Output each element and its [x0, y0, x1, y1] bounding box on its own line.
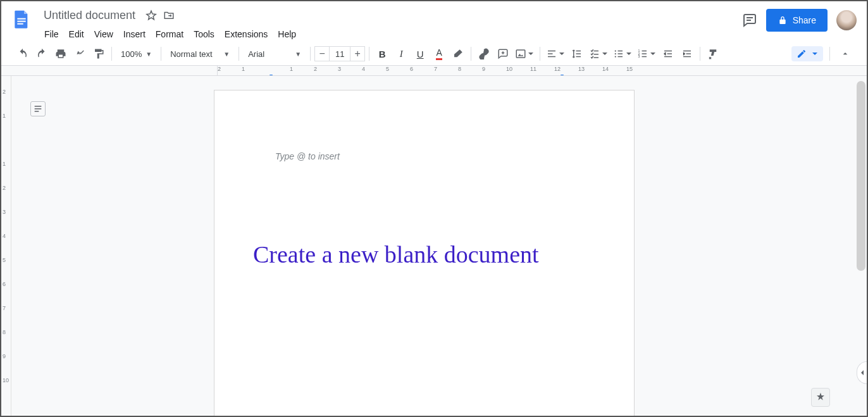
- ruler-tick: 3: [3, 209, 6, 215]
- svg-rect-0: [17, 18, 25, 20]
- svg-text:3: 3: [638, 54, 640, 58]
- insert-image-button[interactable]: [513, 45, 536, 63]
- ruler-tick: 6: [410, 66, 413, 72]
- fontsize-increase-button[interactable]: +: [350, 46, 365, 61]
- ruler-tick: 13: [578, 66, 585, 72]
- numbered-list-button[interactable]: 123: [635, 45, 658, 63]
- svg-rect-3: [516, 50, 525, 58]
- paint-format-button[interactable]: [90, 45, 108, 63]
- menu-help[interactable]: Help: [273, 27, 301, 42]
- indent-increase-button[interactable]: [678, 45, 696, 63]
- svg-rect-2: [17, 23, 23, 25]
- insert-link-button[interactable]: [475, 45, 493, 63]
- ruler-tick: 9: [482, 66, 485, 72]
- ruler-vertical[interactable]: 2112345678910: [1, 76, 11, 416]
- ruler-tick: 3: [338, 66, 341, 72]
- highlight-button[interactable]: [449, 45, 467, 63]
- zoom-select[interactable]: 100%▼: [116, 46, 157, 62]
- checklist-button[interactable]: [587, 45, 610, 63]
- ruler-tick: 8: [3, 329, 6, 335]
- ruler-tick: 2: [3, 89, 6, 95]
- underline-button[interactable]: U: [411, 45, 429, 63]
- menu-edit[interactable]: Edit: [64, 27, 89, 42]
- fontsize-decrease-button[interactable]: −: [314, 46, 330, 61]
- print-button[interactable]: [52, 45, 70, 63]
- ruler-tick: 4: [3, 233, 6, 239]
- outline-toggle-button[interactable]: [30, 101, 46, 116]
- svg-point-5: [615, 53, 616, 54]
- font-select[interactable]: Arial▼: [243, 46, 306, 62]
- fontsize-input[interactable]: 11: [330, 46, 350, 61]
- ruler-tick: 1: [3, 113, 6, 119]
- toolbar: 100%▼ Normal text▼ Arial▼ − 11 + B I U A…: [1, 42, 867, 66]
- svg-point-4: [615, 50, 616, 51]
- menu-extensions[interactable]: Extensions: [220, 27, 273, 42]
- svg-rect-1: [17, 21, 25, 22]
- editing-mode-button[interactable]: [791, 46, 823, 61]
- document-placeholder: Type @ to insert: [275, 151, 340, 161]
- doc-title-input[interactable]: Untitled document: [39, 7, 140, 24]
- ruler-tick: 8: [458, 66, 461, 72]
- account-avatar[interactable]: [836, 10, 857, 30]
- lock-icon: [778, 15, 788, 25]
- menu-tools[interactable]: Tools: [189, 27, 220, 42]
- ruler-tick: 7: [3, 305, 6, 311]
- ruler-tick: 2: [218, 66, 221, 72]
- ruler-tick: 1: [242, 66, 245, 72]
- ruler-tick: 10: [506, 66, 512, 72]
- ruler-tick: 7: [434, 66, 437, 72]
- paragraph-style-select[interactable]: Normal text▼: [165, 46, 235, 62]
- share-button[interactable]: Share: [766, 9, 828, 32]
- menu-insert[interactable]: Insert: [118, 27, 151, 42]
- svg-point-6: [615, 56, 616, 57]
- ruler-tick: 4: [362, 66, 365, 72]
- ruler-tick: 2: [314, 66, 317, 72]
- undo-button[interactable]: [14, 45, 32, 63]
- ruler-tick: 6: [3, 281, 6, 287]
- ruler-horizontal[interactable]: ▾ ▾ 21123456789101112131415: [1, 66, 867, 76]
- ruler-tick: 14: [602, 66, 609, 72]
- star-icon[interactable]: [145, 9, 158, 22]
- ruler-tick: 12: [554, 66, 561, 72]
- align-button[interactable]: [544, 45, 567, 63]
- document-page[interactable]: Type @ to insert: [214, 90, 635, 416]
- ruler-tick: 11: [530, 66, 536, 72]
- menu-bar: File Edit View Insert Format Tools Exten…: [39, 25, 742, 43]
- indent-decrease-button[interactable]: [659, 45, 677, 63]
- comment-history-icon[interactable]: [742, 13, 757, 28]
- italic-button[interactable]: I: [392, 45, 410, 63]
- share-label: Share: [793, 15, 816, 25]
- hide-menus-button[interactable]: [836, 45, 854, 63]
- spellcheck-button[interactable]: [71, 45, 89, 63]
- menu-file[interactable]: File: [39, 27, 64, 42]
- pencil-icon: [797, 49, 807, 59]
- ruler-tick: 5: [3, 257, 6, 263]
- bulleted-list-button[interactable]: [611, 45, 634, 63]
- explore-button[interactable]: [811, 388, 830, 407]
- clear-formatting-button[interactable]: [704, 45, 722, 63]
- line-spacing-button[interactable]: [568, 45, 586, 63]
- move-icon[interactable]: [163, 9, 175, 22]
- add-comment-button[interactable]: [494, 45, 512, 63]
- menu-view[interactable]: View: [89, 27, 118, 42]
- ruler-tick: 9: [3, 353, 6, 359]
- ruler-tick: 5: [386, 66, 389, 72]
- ruler-tick: 1: [290, 66, 293, 72]
- menu-format[interactable]: Format: [151, 27, 189, 42]
- bold-button[interactable]: B: [373, 45, 391, 63]
- redo-button[interactable]: [33, 45, 51, 63]
- docs-logo[interactable]: [9, 6, 34, 32]
- ruler-tick: 1: [3, 161, 6, 167]
- ruler-tick: 10: [3, 377, 9, 383]
- ruler-tick: 2: [3, 185, 6, 191]
- text-color-button[interactable]: A: [430, 45, 448, 63]
- document-canvas[interactable]: Type @ to insert: [11, 76, 867, 416]
- ruler-tick: 15: [626, 66, 633, 72]
